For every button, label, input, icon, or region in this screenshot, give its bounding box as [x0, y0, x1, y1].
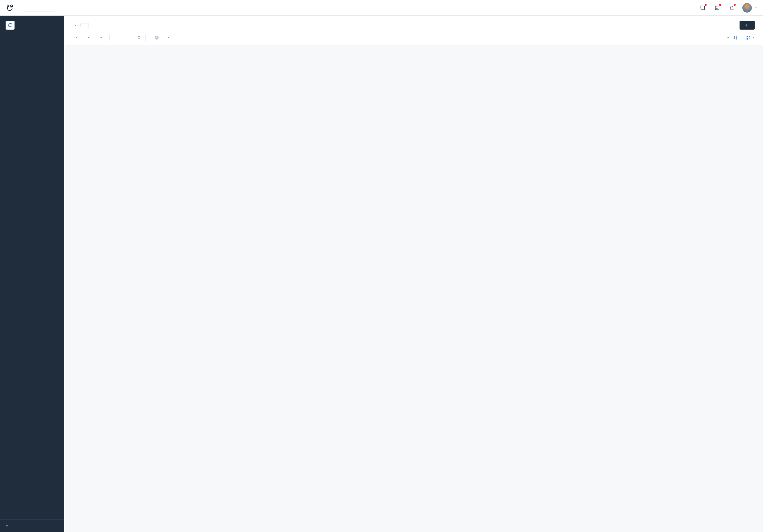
svg-rect-12: [749, 38, 750, 39]
filter-more[interactable]: [166, 37, 170, 38]
svg-rect-9: [746, 36, 748, 37]
collapse-sidebar[interactable]: «: [0, 519, 64, 532]
calendar-icon[interactable]: [712, 3, 722, 13]
svg-point-3: [9, 8, 9, 8]
company-logo: [6, 4, 14, 12]
sort-control[interactable]: [725, 37, 729, 38]
filter-assignee[interactable]: [97, 37, 102, 38]
remove-chip-icon[interactable]: ✕: [155, 36, 159, 40]
plus-icon: ＋: [744, 23, 748, 27]
filter-creator[interactable]: ✕: [153, 36, 159, 40]
filter-state[interactable]: [85, 37, 90, 38]
save-as-button[interactable]: [80, 23, 89, 27]
project-selector[interactable]: [22, 4, 55, 11]
create-button[interactable]: ＋: [739, 21, 755, 30]
kanban-board: [64, 45, 763, 532]
filter-name[interactable]: [73, 22, 76, 29]
svg-rect-10: [749, 36, 750, 37]
search-input[interactable]: [112, 36, 137, 40]
search-icon[interactable]: [137, 36, 141, 40]
svg-point-0: [8, 6, 12, 11]
svg-point-4: [10, 8, 11, 8]
filter-keyword: [109, 34, 146, 41]
sort-icon[interactable]: [733, 35, 738, 40]
chevron-down-icon[interactable]: [754, 6, 757, 10]
svg-rect-11: [746, 38, 748, 40]
svg-rect-6: [701, 6, 703, 8]
project-logo: C: [6, 21, 15, 30]
svg-point-2: [11, 5, 13, 7]
toolbar: ＋ ✕: [64, 16, 763, 45]
top-header: [0, 0, 763, 16]
user-avatar[interactable]: [742, 3, 752, 13]
dashboard-icon[interactable]: [698, 3, 708, 13]
board-view-icon[interactable]: [746, 36, 755, 40]
sidebar: C «: [0, 16, 64, 532]
filter-type[interactable]: [73, 37, 78, 38]
svg-rect-5: [701, 6, 705, 10]
project-header[interactable]: C: [0, 16, 64, 35]
svg-point-8: [138, 36, 140, 39]
svg-rect-7: [715, 6, 719, 10]
svg-point-1: [7, 5, 9, 7]
bell-icon[interactable]: [727, 3, 737, 13]
